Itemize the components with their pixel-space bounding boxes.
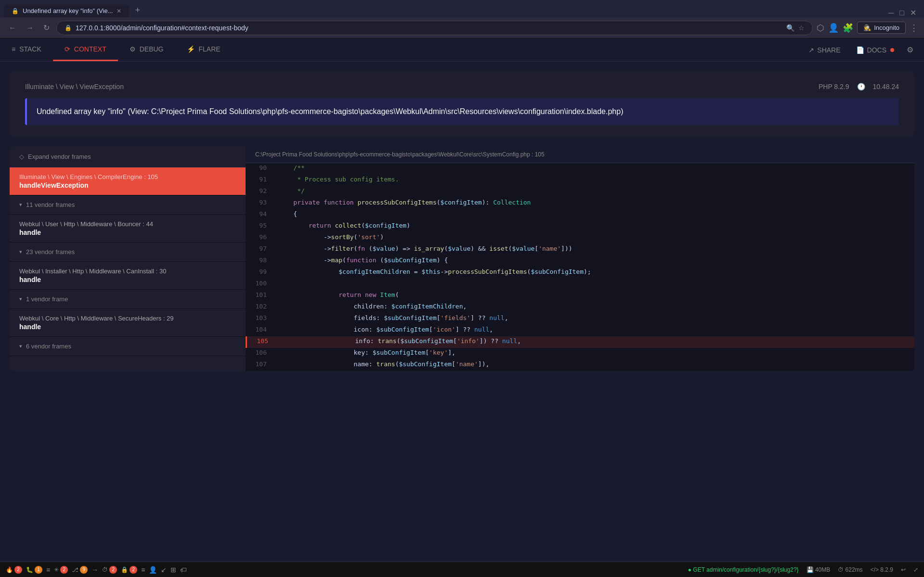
address-bar[interactable]: 🔒 127.0.0.1:8000/admin/configuration#con… xyxy=(56,21,813,35)
bug-icon: 🐛 xyxy=(26,566,33,573)
docs-button[interactable]: 📄 DOCS xyxy=(850,43,900,57)
frame-webkul-core[interactable]: Webkul \ Core \ Http \ Middleware \ Secu… xyxy=(10,309,246,337)
vendor-frames-4[interactable]: ▾ 6 vendor frames xyxy=(10,337,246,356)
line-content-100 xyxy=(274,279,914,290)
vendor-frames-3-label: 1 vendor frame xyxy=(26,295,68,303)
line-content-103: fields: $subConfigItem['fields'] ?? null… xyxy=(274,313,914,325)
browser-nav-bar: ← → ↻ 🔒 127.0.0.1:8000/admin/configurati… xyxy=(0,17,924,38)
code-line-93: 93 private function processSubConfigItem… xyxy=(246,198,914,209)
status-badge-bug: 🐛 1 xyxy=(26,566,42,574)
status-badge-lock: 🔒 2 xyxy=(121,566,137,574)
bookmark-icon: ☆ xyxy=(798,24,805,32)
new-tab-button[interactable]: + xyxy=(131,3,144,17)
memory-usage: 💾 40MB xyxy=(807,566,831,573)
error-time: 10.48.24 xyxy=(873,83,899,90)
asterisk-icon: ✳ xyxy=(54,566,59,573)
chevron-down-icon-3: ▾ xyxy=(19,296,22,302)
line-number-105: 105 xyxy=(247,336,276,348)
line-content-101: return new Item( xyxy=(274,290,914,302)
gear-icon: ⚙ xyxy=(907,46,913,54)
maximize-icon[interactable]: □ xyxy=(899,9,904,17)
lock-icon: 🔒 xyxy=(121,566,128,573)
browser-tab[interactable]: 🔒 Undefined array key "info" (Vie... ✕ xyxy=(4,4,129,17)
asterisk-badge: 2 xyxy=(60,566,68,574)
history-icon: ↩ xyxy=(901,566,906,573)
tab-stack[interactable]: ≡ STACK xyxy=(0,38,53,61)
share-button[interactable]: ↗ SHARE xyxy=(803,43,846,57)
vendor-frames-3[interactable]: ▾ 1 vendor frame xyxy=(10,290,246,309)
line-number-94: 94 xyxy=(246,209,274,221)
close-tab-icon[interactable]: ✕ xyxy=(117,8,121,14)
puzzle-icon[interactable]: 🧩 xyxy=(843,23,853,33)
flame-icon: 🔥 xyxy=(6,566,13,573)
forward-button[interactable]: → xyxy=(23,21,37,35)
profile-icon[interactable]: 👤 xyxy=(828,23,839,33)
tab-context-label: CONTEXT xyxy=(74,45,106,53)
frame-webkul-installer[interactable]: Webkul \ Installer \ Http \ Middleware \… xyxy=(10,262,246,290)
line-number-100: 100 xyxy=(246,279,274,290)
tab-flare-label: FLARE xyxy=(199,45,221,53)
vendor-frames-2-label: 23 vendor frames xyxy=(26,248,75,256)
close-window-icon[interactable]: ✕ xyxy=(910,8,916,17)
line-content-104: icon: $subConfigItem['icon'] ?? null, xyxy=(274,325,914,336)
line-content-102: children: $configItemChildren, xyxy=(274,302,914,313)
minimize-icon[interactable]: ─ xyxy=(888,9,894,17)
line-number-98: 98 xyxy=(246,256,274,267)
debug-icon: ⚙ xyxy=(130,45,136,53)
line-number-106: 106 xyxy=(246,348,274,359)
line-content-99: $configItemChildren = $this->processSubC… xyxy=(274,267,914,279)
code-line-107: 107 name: trans($subConfigItem['name']), xyxy=(246,359,914,371)
vendor-frames-1-label: 11 vendor frames xyxy=(26,201,75,208)
get-route: ● GET admin/configuration/{slug?}/{slug2… xyxy=(688,566,799,573)
line-number-99: 99 xyxy=(246,267,274,279)
frame-webkul-installer-class: Webkul \ Installer \ Http \ Middleware \… xyxy=(19,268,236,275)
code-line-96: 96 ->sortBy('sort') xyxy=(246,232,914,244)
status-bar: 🔥 2 🐛 1 ≡ ✳ 2 ⎇ 9 → ⏱ 2 🔒 2 ≡ 👤 ↙ ⊞ 🏷 xyxy=(0,562,924,577)
stack-status-icon: ≡ xyxy=(141,566,145,574)
settings-button[interactable]: ⚙ xyxy=(904,42,916,57)
context-icon: ⟳ xyxy=(65,45,70,53)
error-text: Undefined array key "info" (View: C:\Pro… xyxy=(37,107,623,115)
vendor-frames-1[interactable]: ▾ 11 vendor frames xyxy=(10,195,246,215)
code-line-102: 102 children: $configItemChildren, xyxy=(246,302,914,313)
code-line-103: 103 fields: $subConfigItem['fields'] ?? … xyxy=(246,313,914,325)
frame-webkul-core-method: handle xyxy=(19,323,236,331)
clock-status-icon: ⏱ xyxy=(102,566,108,573)
expand-vendor-frames-button[interactable]: ◇ Expand vendor frames xyxy=(10,146,246,167)
error-class: Illuminate \ View \ ViewException xyxy=(25,83,124,90)
tab-flare[interactable]: ⚡ FLARE xyxy=(175,38,232,61)
frame-webkul-core-class: Webkul \ Core \ Http \ Middleware \ Secu… xyxy=(19,315,236,322)
tab-context[interactable]: ⟳ CONTEXT xyxy=(53,38,118,61)
arrow-right-icon: ↙ xyxy=(161,566,167,574)
line-number-102: 102 xyxy=(246,302,274,313)
line-number-90: 90 xyxy=(246,163,274,175)
menu-icon[interactable]: ⋮ xyxy=(910,23,918,33)
expand-icon: ◇ xyxy=(19,153,24,160)
active-frame[interactable]: Illuminate \ View \ Engines \ CompilerEn… xyxy=(10,167,246,195)
extensions-icon[interactable]: ⬡ xyxy=(817,23,824,33)
error-section: Illuminate \ View \ ViewException PHP 8.… xyxy=(10,71,914,137)
frame-webkul-user-class: Webkul \ User \ Http \ Middleware \ Boun… xyxy=(19,220,236,228)
php-version: PHP 8.2.9 xyxy=(819,83,849,90)
reload-button[interactable]: ↻ xyxy=(40,20,52,35)
line-number-92: 92 xyxy=(246,186,274,198)
vendor-frames-2[interactable]: ▾ 23 vendor frames xyxy=(10,243,246,262)
error-meta: Illuminate \ View \ ViewException PHP 8.… xyxy=(25,83,899,90)
line-number-103: 103 xyxy=(246,313,274,325)
line-number-95: 95 xyxy=(246,221,274,232)
back-button[interactable]: ← xyxy=(6,21,19,35)
php-version-status: </> 8.2.9 xyxy=(871,566,893,573)
code-line-90: 90 /** xyxy=(246,163,914,175)
code-line-98: 98 ->map(function ($subConfigItem) { xyxy=(246,256,914,267)
bars-icon: ≡ xyxy=(46,566,50,574)
error-message: Undefined array key "info" (View: C:\Pro… xyxy=(25,98,899,125)
incognito-button[interactable]: 🕵 Incognito xyxy=(857,22,906,34)
lock-badge: 2 xyxy=(130,566,137,574)
frame-webkul-user[interactable]: Webkul \ User \ Http \ Middleware \ Boun… xyxy=(10,215,246,243)
incognito-icon: 🕵 xyxy=(863,24,871,31)
code-line-97: 97 ->filter(fn ($value) => is_array($val… xyxy=(246,244,914,256)
code-line-104: 104 icon: $subConfigItem['icon'] ?? null… xyxy=(246,325,914,336)
git-icon: ⎇ xyxy=(72,566,78,573)
tab-debug[interactable]: ⚙ DEBUG xyxy=(118,38,175,61)
active-frame-method: handleViewException xyxy=(19,181,236,189)
